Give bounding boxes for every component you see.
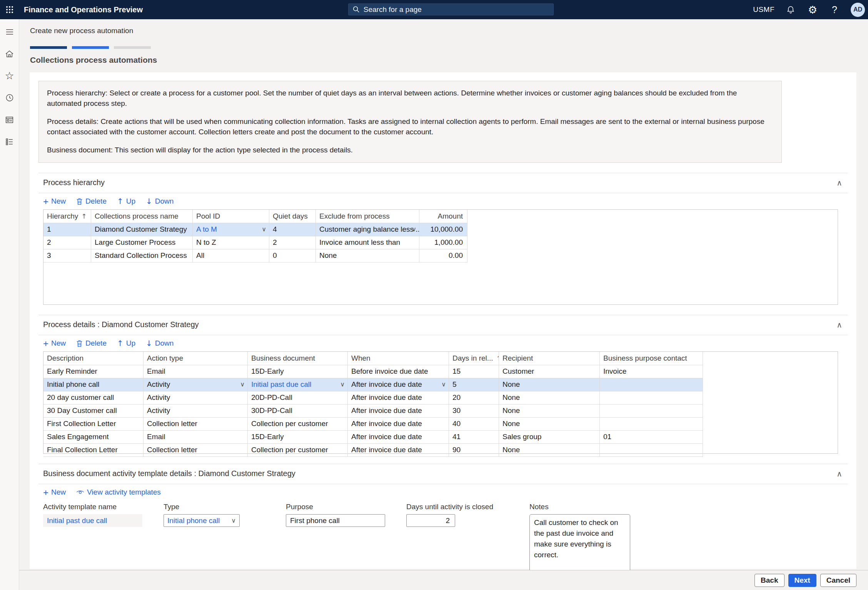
column-header-description[interactable]: Description: [43, 352, 144, 365]
cell-recipient[interactable]: None: [499, 404, 600, 417]
next-button[interactable]: Next: [788, 574, 816, 587]
move-down-button[interactable]: ↓Down: [146, 339, 174, 348]
table-row[interactable]: 30 Day Customer call Activity 30D-PD-Cal…: [43, 404, 703, 418]
cell-contact[interactable]: [600, 444, 703, 456]
search-input[interactable]: [364, 5, 549, 14]
cell-when[interactable]: After invoice due date: [348, 431, 449, 443]
column-header-recipient[interactable]: Recipient: [499, 352, 600, 365]
cell-description[interactable]: 20 day customer call: [43, 391, 144, 404]
cell-business-document[interactable]: Collection per customer: [248, 418, 348, 430]
cell-process-name[interactable]: Large Customer Process: [91, 236, 193, 249]
cell-amount[interactable]: 10,000.00: [419, 223, 467, 236]
cell-description[interactable]: Sales Engagement: [43, 431, 144, 443]
notes-textarea[interactable]: Call customer to check on the past due i…: [529, 514, 630, 572]
cell-days[interactable]: 5: [449, 378, 499, 391]
cell-when[interactable]: Before invoice due date: [348, 365, 449, 378]
new-button[interactable]: +New: [43, 488, 66, 496]
cell-amount[interactable]: 1,000.00: [419, 236, 467, 249]
collapse-section-icon[interactable]: ∧: [836, 321, 842, 329]
cell-recipient[interactable]: Sales group: [499, 431, 600, 443]
cell-description[interactable]: Initial phone call: [43, 378, 144, 391]
cell-quiet-days[interactable]: 0: [269, 249, 316, 262]
cell-contact[interactable]: Invoice: [600, 365, 703, 378]
column-header-days[interactable]: Days in rel...↑: [449, 352, 499, 365]
cell-action-type[interactable]: Email: [144, 431, 248, 443]
when-dropdown[interactable]: After invoice due date∨: [348, 378, 449, 391]
cell-business-document[interactable]: Collection per customer: [248, 444, 348, 456]
table-row[interactable]: Initial phone call Activity∨ Initial pas…: [43, 378, 703, 391]
table-row[interactable]: Sales Engagement Email 15D-Early After i…: [43, 431, 703, 444]
business-document-dropdown[interactable]: Initial past due call∨: [248, 378, 348, 391]
cell-when[interactable]: After invoice due date: [348, 391, 449, 404]
column-header-quiet-days[interactable]: Quiet days: [269, 210, 316, 223]
table-row[interactable]: 3 Standard Collection Process All 0 None…: [43, 249, 467, 262]
cell-action-type[interactable]: Collection letter: [144, 444, 248, 456]
cell-when[interactable]: After invoice due date: [348, 444, 449, 456]
column-header-contact[interactable]: Business purpose contact: [600, 352, 703, 365]
cell-process-name[interactable]: Diamond Customer Strategy: [91, 223, 193, 236]
cell-action-type[interactable]: Activity: [144, 391, 248, 404]
cell-recipient[interactable]: None: [499, 418, 600, 430]
delete-button[interactable]: Delete: [76, 339, 107, 348]
column-header-exclude[interactable]: Exclude from process: [316, 210, 419, 223]
purpose-input[interactable]: [286, 514, 385, 527]
cell-recipient[interactable]: None: [499, 378, 600, 391]
column-header-action-type[interactable]: Action type: [144, 352, 248, 365]
pool-id-dropdown[interactable]: A to M∨: [193, 223, 269, 236]
cell-hierarchy[interactable]: 1: [43, 223, 91, 236]
new-button[interactable]: +New: [43, 197, 66, 206]
days-until-closed-input[interactable]: [406, 514, 455, 527]
column-header-pool[interactable]: Pool ID: [193, 210, 269, 223]
cell-action-type[interactable]: Activity: [144, 404, 248, 417]
column-header-when[interactable]: When: [348, 352, 449, 365]
cell-description[interactable]: Early Reminder: [43, 365, 144, 378]
table-row[interactable]: Final Collection Letter Collection lette…: [43, 444, 703, 457]
cell-contact[interactable]: [600, 391, 703, 404]
modules-list-icon[interactable]: [3, 135, 16, 148]
cell-pool-id[interactable]: All: [193, 249, 269, 262]
user-avatar[interactable]: AD: [851, 3, 865, 17]
exclude-dropdown[interactable]: Customer aging balance less ..∨: [316, 223, 419, 236]
cell-contact[interactable]: 01: [600, 431, 703, 443]
cell-days[interactable]: 40: [449, 418, 499, 430]
cell-description[interactable]: First Collection Letter: [43, 418, 144, 430]
cell-process-name[interactable]: Standard Collection Process: [91, 249, 193, 262]
cell-business-document[interactable]: 30D-PD-Call: [248, 404, 348, 417]
hamburger-menu-icon[interactable]: [3, 25, 16, 38]
cell-recipient[interactable]: None: [499, 391, 600, 404]
table-row[interactable]: First Collection Letter Collection lette…: [43, 418, 703, 431]
move-up-button[interactable]: ↑Up: [117, 197, 135, 206]
cell-contact[interactable]: [600, 404, 703, 417]
cell-days[interactable]: 30: [449, 404, 499, 417]
activity-template-name-field[interactable]: Initial past due call: [43, 514, 142, 527]
cell-contact[interactable]: [600, 378, 703, 391]
cell-amount[interactable]: 0.00: [419, 249, 467, 262]
cell-action-type[interactable]: Collection letter: [144, 418, 248, 430]
cell-hierarchy[interactable]: 2: [43, 236, 91, 249]
delete-button[interactable]: Delete: [76, 197, 107, 206]
recent-clock-icon[interactable]: [3, 91, 16, 104]
notifications-bell-icon[interactable]: [785, 4, 796, 15]
cell-days[interactable]: 41: [449, 431, 499, 443]
help-icon[interactable]: ?: [829, 4, 840, 15]
cell-business-document[interactable]: 15D-Early: [248, 431, 348, 443]
cell-pool-id[interactable]: N to Z: [193, 236, 269, 249]
cancel-button[interactable]: Cancel: [820, 574, 856, 587]
type-dropdown[interactable]: Initial phone call ∨: [164, 514, 240, 527]
column-header-business-document[interactable]: Business document: [248, 352, 348, 365]
favorites-star-icon[interactable]: ☆: [3, 69, 16, 82]
cell-days[interactable]: 20: [449, 391, 499, 404]
collapse-section-icon[interactable]: ∧: [836, 179, 842, 187]
workspaces-icon[interactable]: [3, 113, 16, 126]
cell-recipient[interactable]: Customer: [499, 365, 600, 378]
cell-recipient[interactable]: None: [499, 444, 600, 456]
cell-days[interactable]: 90: [449, 444, 499, 456]
cell-when[interactable]: After invoice due date: [348, 418, 449, 430]
new-button[interactable]: +New: [43, 339, 66, 348]
cell-when[interactable]: After invoice due date: [348, 404, 449, 417]
table-row[interactable]: 2 Large Customer Process N to Z 2 Invoic…: [43, 236, 467, 249]
cell-contact[interactable]: [600, 418, 703, 430]
back-button[interactable]: Back: [754, 574, 784, 587]
cell-business-document[interactable]: 20D-PD-Call: [248, 391, 348, 404]
page-search-box[interactable]: [348, 3, 554, 15]
